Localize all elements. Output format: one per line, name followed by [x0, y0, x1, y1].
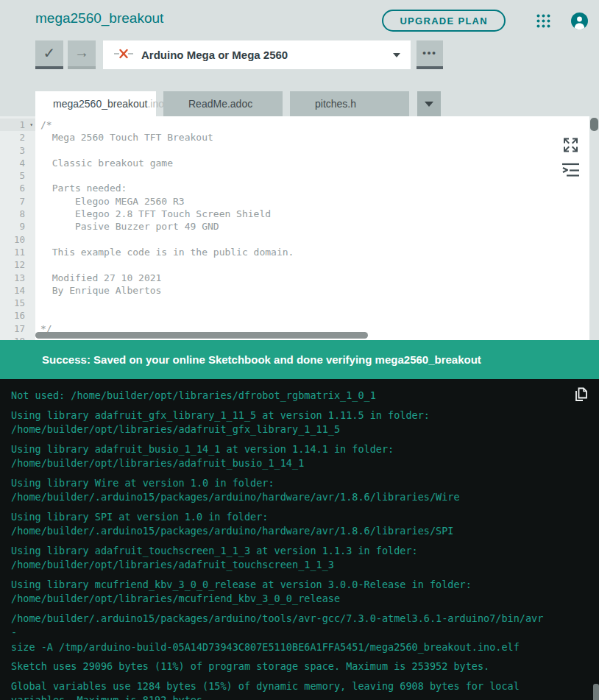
code-text	[35, 297, 40, 309]
success-message: Success: Saved on your online Sketchbook…	[42, 353, 481, 366]
line-number: 7	[0, 195, 35, 208]
console-paragraph: Using library adafruit_touchscreen_1_1_3…	[11, 544, 547, 573]
fullscreen-expand-icon[interactable]	[561, 136, 580, 157]
code-line[interactable]: 16	[0, 309, 589, 322]
code-line[interactable]: 3	[0, 144, 589, 157]
line-number: 9	[0, 220, 35, 233]
line-number: 12	[0, 258, 35, 271]
line-number: 16	[0, 309, 35, 322]
console-paragraph: Using library SPI at version 1.0 in fold…	[11, 510, 547, 539]
tab-pitches-h[interactable]: pitches.h	[290, 91, 409, 116]
code-line[interactable]: 13 Modified 27 10 2021	[0, 272, 589, 284]
console-paragraph: Not used: /home/builder/opt/libraries/df…	[11, 389, 547, 403]
code-line[interactable]: 5	[0, 169, 589, 182]
line-number: 13	[0, 272, 35, 284]
board-disconnected-icon	[113, 49, 134, 62]
code-line[interactable]: 15	[0, 297, 589, 309]
console-output-panel[interactable]: Not used: /home/builder/opt/libraries/df…	[0, 379, 599, 700]
console-paragraph: /home/builder/.arduino15/packages/arduin…	[11, 612, 547, 655]
code-text: Classic breakout game	[35, 157, 173, 169]
upgrade-plan-button[interactable]: UPGRADE PLAN	[382, 10, 506, 32]
line-number: 17	[0, 322, 35, 335]
console-toggle-icon[interactable]	[561, 163, 580, 180]
line-number: 2	[0, 131, 35, 144]
code-line[interactable]: 7 Elegoo MEGA 2560 R3	[0, 195, 589, 208]
code-line[interactable]: 11 This example code is in the public do…	[0, 246, 589, 258]
vertical-scrollbar-thumb[interactable]	[590, 118, 598, 131]
board-selector-label: Arduino Mega or Mega 2560	[141, 49, 288, 61]
code-text: By Enrique Albertos	[35, 284, 161, 297]
tab-label: pitches.h	[315, 98, 356, 110]
code-line[interactable]: 6 Parts needed:	[0, 182, 589, 194]
board-selector-dropdown[interactable]: Arduino Mega or Mega 2560	[103, 40, 411, 69]
code-editor[interactable]: ▾1/*2 Mega 2560 Touch TFT Breakout34 Cla…	[0, 116, 599, 340]
code-text	[35, 258, 40, 271]
upload-button[interactable]: →	[68, 40, 96, 69]
console-scrollbar-thumb[interactable]	[593, 684, 599, 700]
tab-readme-adoc[interactable]: ReadMe.adoc	[163, 91, 283, 116]
chevron-down-icon	[425, 102, 433, 107]
tab-mega2560-breakout-ino[interactable]: mega2560_breakout.ino	[35, 91, 156, 116]
console-paragraph: Using library adafruit_busio_1_14_1 at v…	[11, 442, 547, 471]
code-text: /*	[35, 119, 52, 131]
code-text: Elegoo 2.8 TFT Touch Screen Shield	[35, 208, 271, 220]
code-line[interactable]: ▾1/*	[0, 119, 589, 131]
line-number: 3	[0, 144, 35, 157]
tab-label-ext: .ino	[147, 98, 164, 110]
code-text	[35, 169, 40, 182]
console-paragraph: Using library adafruit_gfx_library_1_11_…	[11, 409, 547, 437]
code-line[interactable]: 12	[0, 258, 589, 271]
line-number: 18	[0, 335, 35, 340]
checkmark-icon: ✓	[43, 44, 56, 62]
code-text	[35, 144, 40, 157]
code-text: This example code is in the public domai…	[35, 246, 294, 258]
chevron-down-icon	[393, 53, 400, 57]
console-paragraph: Using library mcufriend_kbv_3_0_0_releas…	[11, 578, 547, 607]
user-avatar-icon[interactable]	[571, 13, 588, 29]
toolbar: ✓ → Arduino Mega or Mega 2560 •••	[35, 40, 599, 69]
code-line[interactable]: 2 Mega 2560 Touch TFT Breakout	[0, 131, 589, 144]
console-paragraph: Sketch uses 29096 bytes (11%) of program…	[11, 660, 547, 674]
vertical-scrollbar-track	[589, 116, 599, 340]
code-line[interactable]: 8 Elegoo 2.8 TFT Touch Screen Shield	[0, 208, 589, 220]
arduino-web-editor: mega2560_breakout UPGRADE PLAN	[0, 0, 599, 700]
sketch-title: mega2560_breakout	[35, 10, 599, 26]
fold-arrow-icon[interactable]: ▾	[29, 119, 33, 131]
code-text: Pasive Buzzer port 49 GND	[35, 220, 219, 233]
verify-button[interactable]: ✓	[35, 40, 63, 69]
console-paragraph: Global variables use 1284 bytes (15%) of…	[11, 679, 547, 700]
apps-grid-icon[interactable]	[536, 13, 551, 29]
line-number: 14	[0, 284, 35, 297]
tab-bar: mega2560_breakout.ino ReadMe.adoc pitche…	[35, 91, 599, 116]
code-line[interactable]: 10	[0, 233, 589, 246]
code-line[interactable]: 4 Classic breakout game	[0, 157, 589, 169]
console-paragraph: Using library Wire at version 1.0 in fol…	[11, 476, 547, 505]
code-text: Parts needed:	[35, 182, 127, 194]
ellipsis-icon: •••	[422, 47, 437, 58]
upload-arrow-icon: →	[74, 44, 89, 61]
line-number: 4	[0, 157, 35, 169]
code-line[interactable]: 9 Pasive Buzzer port 49 GND	[0, 220, 589, 233]
code-text: Modified 27 10 2021	[35, 272, 161, 284]
horizontal-scrollbar-thumb[interactable]	[35, 332, 368, 339]
code-text: Mega 2560 Touch TFT Breakout	[35, 131, 213, 144]
line-number: 11	[0, 246, 35, 258]
line-number: 8	[0, 208, 35, 220]
tab-label: ReadMe.adoc	[188, 98, 252, 110]
code-line[interactable]: 14 By Enrique Albertos	[0, 284, 589, 297]
tab-overflow-dropdown[interactable]	[417, 91, 441, 116]
console-log: Not used: /home/builder/opt/libraries/df…	[11, 389, 547, 700]
copy-icon[interactable]	[574, 386, 589, 406]
line-number: 6	[0, 182, 35, 194]
header: mega2560_breakout UPGRADE PLAN	[0, 0, 599, 31]
success-banner: Success: Saved on your online Sketchbook…	[0, 340, 599, 379]
line-number: 5	[0, 169, 35, 182]
more-options-button[interactable]: •••	[417, 40, 443, 69]
code-text	[35, 309, 40, 322]
code-text: Elegoo MEGA 2560 R3	[35, 195, 185, 208]
code-area[interactable]: ▾1/*2 Mega 2560 Touch TFT Breakout34 Cla…	[0, 119, 589, 340]
line-number: ▾1	[0, 119, 35, 131]
code-text	[35, 233, 40, 246]
line-number: 10	[0, 233, 35, 246]
line-number: 15	[0, 297, 35, 309]
